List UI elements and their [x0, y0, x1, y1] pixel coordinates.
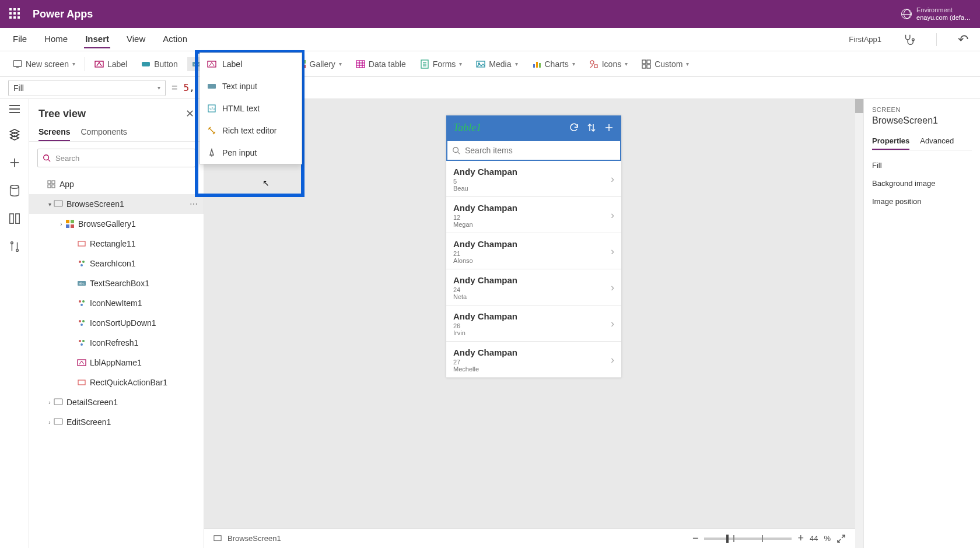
- prop-type-label: SCREEN: [872, 106, 972, 113]
- twist-icon[interactable]: ▾: [46, 201, 54, 208]
- svg-point-28: [590, 61, 594, 64]
- svg-rect-1: [13, 61, 22, 66]
- tree-tab-screens[interactable]: Screens: [38, 124, 70, 141]
- twist-icon[interactable]: ›: [46, 399, 54, 406]
- undo-icon[interactable]: ↶: [958, 32, 968, 47]
- hamburger-icon[interactable]: [9, 105, 20, 113]
- zoom-in-button[interactable]: +: [797, 532, 804, 545]
- sort-icon[interactable]: [586, 122, 597, 133]
- menu-file[interactable]: File: [12, 30, 28, 48]
- zoom-value: 44: [810, 534, 818, 543]
- list-item[interactable]: Andy Champan27Mechelle›: [446, 342, 621, 378]
- forms-button[interactable]: Forms▾: [415, 57, 467, 71]
- tree-node[interactable]: ›DetailScreen1: [29, 392, 204, 412]
- add-icon[interactable]: [604, 122, 614, 133]
- chevron-right-icon: ›: [611, 245, 614, 257]
- list-item[interactable]: Andy Champan26Irvin›: [446, 305, 621, 342]
- tree-tab-components[interactable]: Components: [80, 124, 127, 141]
- tree-node-app[interactable]: App: [29, 174, 204, 194]
- tree-view-icon[interactable]: [8, 128, 21, 141]
- tree-node[interactable]: RectQuickActionBar1: [29, 373, 204, 392]
- dropdown-item[interactable]: </>HTML text: [200, 97, 302, 120]
- tree-node-label: LblAppName1: [90, 358, 142, 367]
- tree-node[interactable]: SearchIcon1: [29, 254, 204, 273]
- twist-icon[interactable]: ›: [46, 419, 54, 426]
- close-icon[interactable]: ✕: [186, 107, 194, 120]
- gallery-icon: [65, 219, 75, 229]
- tree-node[interactable]: IconSortUpDown1: [29, 313, 204, 333]
- prop-row[interactable]: Background image: [872, 174, 972, 192]
- dropdown-item-label: Label: [222, 59, 242, 69]
- tools-icon[interactable]: [8, 240, 21, 253]
- svg-point-61: [82, 300, 85, 303]
- tree-node[interactable]: ›BrowseGallery1: [29, 214, 204, 234]
- property-selector[interactable]: Fill ▾: [8, 80, 166, 96]
- item-title: Andy Champan: [453, 203, 614, 213]
- more-icon[interactable]: ⋯: [190, 199, 199, 209]
- environment-picker[interactable]: Environment enayu.com (defa…: [916, 6, 971, 22]
- icons-button[interactable]: Icons▾: [584, 57, 632, 71]
- media-button[interactable]: Media▾: [471, 57, 522, 71]
- menu-action[interactable]: Action: [162, 30, 188, 48]
- menu-insert[interactable]: Insert: [84, 30, 110, 48]
- data-table-button[interactable]: Data table: [351, 57, 411, 71]
- list-item[interactable]: Andy Champan21Alonso›: [446, 233, 621, 269]
- canvas-scrollbar[interactable]: [855, 99, 863, 548]
- tree-node[interactable]: abcTextSearchBox1: [29, 273, 204, 293]
- forms-icon: [420, 59, 429, 69]
- svg-rect-51: [71, 220, 74, 223]
- tree-node[interactable]: ▾BrowseScreen1⋯: [29, 194, 204, 214]
- prop-row[interactable]: Fill: [872, 156, 972, 174]
- app-name[interactable]: FirstApp1: [849, 35, 881, 44]
- chevron-right-icon: ›: [611, 209, 614, 221]
- zoom-out-button[interactable]: −: [692, 532, 699, 545]
- expand-icon[interactable]: [836, 534, 846, 543]
- prop-tab-advanced[interactable]: Advanced: [920, 133, 954, 150]
- dropdown-item[interactable]: Rich text editor: [200, 120, 302, 142]
- custom-button[interactable]: Custom▾: [637, 57, 694, 71]
- zoom-slider[interactable]: [704, 538, 792, 540]
- group-icon: [77, 338, 86, 347]
- item-title: Andy Champan: [453, 167, 614, 177]
- new-screen-button[interactable]: New screen▾: [8, 57, 80, 71]
- list-item[interactable]: Andy Champan5Beau›: [446, 161, 621, 197]
- item-title: Andy Champan: [453, 311, 614, 321]
- data-icon[interactable]: [8, 184, 21, 197]
- prop-row[interactable]: Image position: [872, 192, 972, 210]
- tree-search[interactable]: Search: [37, 149, 195, 167]
- preview-search-input[interactable]: [465, 146, 615, 155]
- tree-node[interactable]: IconNewItem1: [29, 293, 204, 313]
- dropdown-item[interactable]: Text input: [200, 75, 302, 97]
- formula-bar: Fill ▾ = 5, 255, 1)5, 255, 1): [0, 77, 980, 99]
- prop-tab-properties[interactable]: Properties: [872, 133, 909, 150]
- menu-home[interactable]: Home: [43, 30, 69, 48]
- refresh-icon[interactable]: [569, 122, 579, 133]
- chevron-right-icon: ›: [611, 281, 614, 293]
- tree-node[interactable]: LblAppName1: [29, 353, 204, 373]
- label-button[interactable]: Label: [90, 57, 132, 71]
- app-launcher-icon[interactable]: [9, 8, 21, 20]
- tree-node[interactable]: ›EditScreen1: [29, 412, 204, 432]
- dropdown-item[interactable]: Pen input: [200, 142, 302, 164]
- add-icon[interactable]: [8, 156, 21, 169]
- canvas[interactable]: Table1 Andy Champan5Beau›Andy Champan12M…: [204, 99, 863, 548]
- dropdown-item[interactable]: Label: [200, 53, 302, 75]
- canvas-footer: BrowseScreen1 − + 44 %: [204, 528, 855, 548]
- table-icon: [356, 59, 365, 69]
- list-item[interactable]: Andy Champan24Neta›: [446, 269, 621, 305]
- stethoscope-icon[interactable]: [902, 33, 915, 46]
- button-button[interactable]: Button: [136, 57, 182, 71]
- list-item[interactable]: Andy Champan12Megan›: [446, 197, 621, 233]
- preview-search[interactable]: [446, 140, 621, 161]
- item-number: 21: [453, 250, 614, 257]
- tree-node[interactable]: IconRefresh1: [29, 333, 204, 353]
- charts-button[interactable]: Charts▾: [527, 57, 580, 71]
- svg-rect-31: [647, 60, 650, 64]
- menu-view[interactable]: View: [125, 30, 146, 48]
- tree-node[interactable]: Rectangle11: [29, 234, 204, 254]
- twist-icon[interactable]: ›: [57, 221, 65, 227]
- preview-title: Table1: [453, 122, 562, 134]
- scrollbar-thumb[interactable]: [855, 99, 863, 113]
- media-rail-icon[interactable]: [8, 212, 21, 225]
- screen-icon: [13, 59, 22, 69]
